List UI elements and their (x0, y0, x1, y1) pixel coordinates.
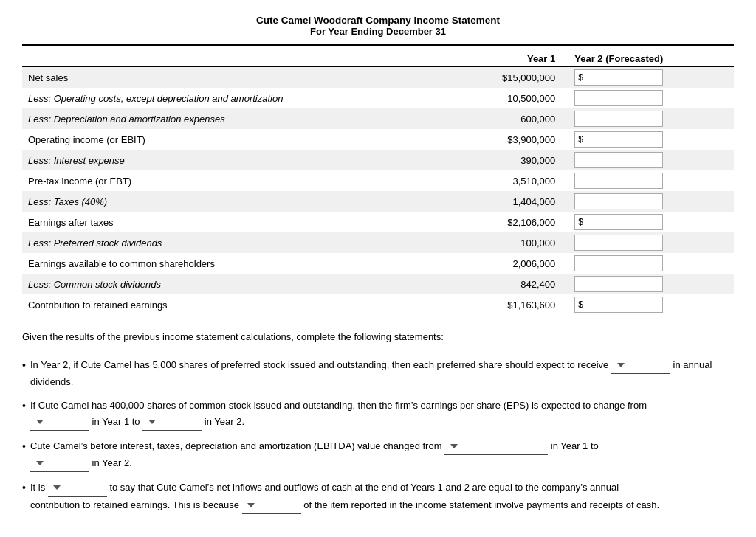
row-year2-input[interactable] (570, 170, 734, 191)
col-header-year1: Year 1 (413, 51, 570, 67)
row-year2-input[interactable] (570, 150, 734, 170)
bullet-content-2: If Cute Camel has 400,000 shares of comm… (30, 398, 734, 431)
row-label: Less: Taxes (40%) (22, 191, 413, 212)
row-year2-input[interactable] (570, 88, 734, 108)
row-year1-value: 842,400 (413, 274, 570, 294)
row-year2-input[interactable]: $ (570, 294, 734, 315)
year2-input-field[interactable] (585, 72, 659, 83)
page-title: Cute Camel Woodcraft Company Income Stat… (22, 15, 734, 26)
bullet-content-1: In Year 2, if Cute Camel has 5,000 share… (30, 357, 734, 390)
year2-input-field[interactable] (585, 217, 659, 227)
dropdown-not-all[interactable] (242, 497, 301, 514)
dropdown-ebitda-year1[interactable] (444, 438, 548, 455)
year2-input-field[interactable] (578, 114, 659, 124)
row-year1-value: $1,163,600 (413, 294, 570, 315)
row-year2-input[interactable] (570, 191, 734, 212)
income-statement-table: Year 1 Year 2 (Forecasted) Net sales$15,… (22, 51, 734, 315)
table-row: Operating income (or EBIT)$3,900,000$ (22, 129, 734, 150)
row-year1-value: 1,404,000 (413, 191, 570, 212)
year2-input-field[interactable] (585, 299, 659, 310)
dropdown-arrow-1[interactable] (617, 363, 625, 367)
row-year2-input[interactable] (570, 274, 734, 294)
bullet-dot-2: • (22, 398, 26, 414)
dollar-sign: $ (578, 299, 583, 310)
table-row: Net sales$15,000,000$ (22, 67, 734, 89)
row-year1-value: 10,500,000 (413, 88, 570, 108)
row-year1-value: $3,900,000 (413, 129, 570, 150)
bullet4-start: It is (30, 482, 45, 493)
bullet1-before: In Year 2, if Cute Camel has 5,000 share… (30, 359, 608, 370)
bullet-item-1: • In Year 2, if Cute Camel has 5,000 sha… (22, 357, 734, 390)
table-row: Earnings available to common shareholder… (22, 253, 734, 274)
dropdown-arrow-3b[interactable] (36, 461, 44, 465)
dropdown-eps-year1[interactable] (30, 414, 89, 431)
row-label: Less: Depreciation and amortization expe… (22, 108, 413, 129)
bullet4-middle: to say that Cute Camel’s net inflows and… (109, 482, 619, 493)
table-row: Less: Taxes (40%)1,404,000 (22, 191, 734, 212)
bullet-dot-4: • (22, 479, 26, 496)
row-label: Less: Preferred stock dividends (22, 232, 413, 253)
table-row: Less: Depreciation and amortization expe… (22, 108, 734, 129)
row-label: Less: Operating costs, except depreciati… (22, 88, 413, 108)
dropdown-ebitda-year2[interactable] (30, 455, 89, 472)
table-row: Pre-tax income (or EBT)3,510,000 (22, 170, 734, 191)
year2-input-field[interactable] (578, 279, 659, 289)
row-year2-input[interactable] (570, 232, 734, 253)
dropdown-correct[interactable] (48, 479, 107, 496)
table-row: Less: Interest expense390,000 (22, 150, 734, 170)
bullet2-after: in Year 2. (205, 416, 244, 427)
row-label: Pre-tax income (or EBT) (22, 170, 413, 191)
table-row: Contribution to retained earnings$1,163,… (22, 294, 734, 315)
year2-input-field[interactable] (578, 196, 659, 207)
table-row: Less: Operating costs, except depreciati… (22, 88, 734, 108)
row-year1-value: 600,000 (413, 108, 570, 129)
bullet-dot-1: • (22, 357, 26, 373)
year2-input-field[interactable] (578, 176, 659, 186)
dropdown-arrow-3a[interactable] (450, 444, 458, 448)
dropdown-arrow-2b[interactable] (148, 420, 156, 424)
bullet-item-3: • Cute Camel’s before interest, taxes, d… (22, 438, 734, 472)
row-year1-value: 2,006,000 (413, 253, 570, 274)
table-row: Earnings after taxes$2,106,000$ (22, 212, 734, 232)
dropdown-arrow-2a[interactable] (36, 420, 44, 424)
row-label: Less: Interest expense (22, 150, 413, 170)
year2-input-field[interactable] (578, 238, 659, 248)
bullet2-middle: in Year 1 to (92, 416, 140, 427)
bullet4-cont: contribution to retained earnings. This … (30, 499, 239, 510)
row-year2-input[interactable]: $ (570, 212, 734, 232)
year2-input-field[interactable] (578, 258, 659, 268)
dollar-sign: $ (578, 72, 583, 83)
statements-section: Given the results of the previous income… (22, 330, 734, 514)
year2-input-field[interactable] (578, 155, 659, 165)
row-year2-input[interactable] (570, 253, 734, 274)
dropdown-preferred-dividend[interactable] (611, 357, 670, 374)
year2-input-field[interactable] (585, 134, 659, 145)
row-year2-input[interactable] (570, 108, 734, 129)
bullet3-before: Cute Camel’s before interest, taxes, dep… (30, 440, 442, 451)
col-header-year2: Year 2 (Forecasted) (570, 51, 734, 67)
row-label: Net sales (22, 67, 413, 89)
bullet4-end: of the item reported in the income state… (303, 499, 659, 510)
col-header-label (22, 51, 413, 67)
row-year1-value: 100,000 (413, 232, 570, 253)
row-year2-input[interactable]: $ (570, 67, 734, 89)
table-row: Less: Preferred stock dividends100,000 (22, 232, 734, 253)
row-year2-input[interactable]: $ (570, 129, 734, 150)
dropdown-arrow-4b[interactable] (247, 503, 255, 507)
row-label: Contribution to retained earnings (22, 294, 413, 315)
dropdown-eps-year2[interactable] (142, 414, 202, 431)
row-label: Operating income (or EBIT) (22, 129, 413, 150)
bullet2-before: If Cute Camel has 400,000 shares of comm… (30, 400, 647, 411)
bullet3-after: in Year 2. (92, 457, 132, 468)
row-label: Earnings available to common shareholder… (22, 253, 413, 274)
dropdown-arrow-4a[interactable] (53, 485, 61, 490)
row-year1-value: 3,510,000 (413, 170, 570, 191)
bullet3-middle: in Year 1 to (551, 440, 599, 451)
bullet-content-4: It is to say that Cute Camel’s net inflo… (30, 479, 734, 513)
row-year1-value: $15,000,000 (413, 67, 570, 89)
year2-input-field[interactable] (578, 93, 659, 103)
page-subtitle: For Year Ending December 31 (22, 26, 734, 37)
row-label: Less: Common stock dividends (22, 274, 413, 294)
dollar-sign: $ (578, 217, 583, 227)
row-label: Earnings after taxes (22, 212, 413, 232)
